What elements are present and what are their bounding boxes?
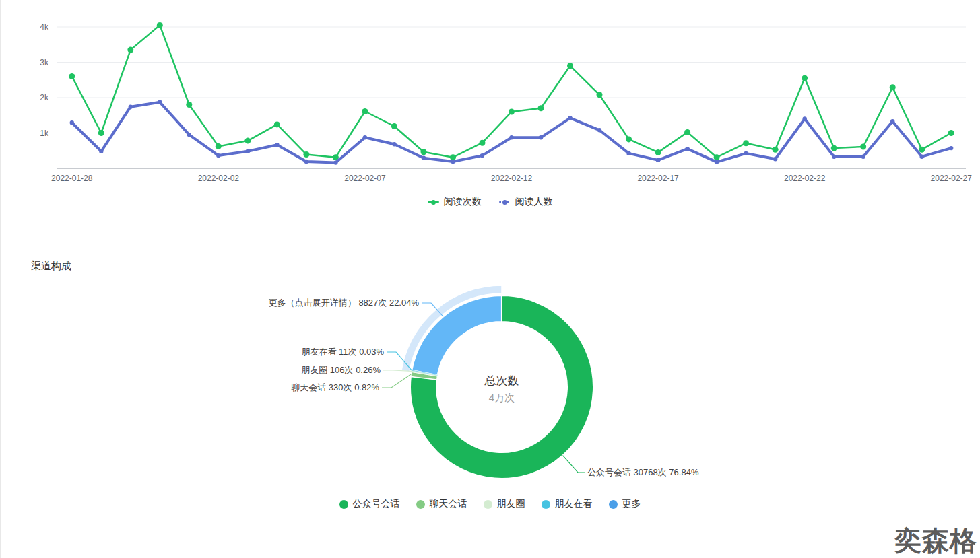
line-legend-marker-icon [499, 199, 511, 205]
pie-legend-label: 更多 [622, 498, 641, 510]
pie-chart-legend: 公众号会话聊天会话朋友圈朋友在看更多 [0, 498, 980, 510]
data-point [773, 147, 779, 153]
data-point [656, 158, 660, 162]
pie-legend-item-朋友圈[interactable]: 朋友圈 [484, 498, 525, 510]
x-tick-label: 2022-02-22 [784, 174, 826, 183]
data-point [422, 156, 426, 160]
x-tick-label: 2022-02-27 [931, 174, 973, 183]
pie-callout-更多[interactable]: 更多（点击展开详情） 8827次 22.04% [269, 298, 419, 308]
data-point [274, 121, 280, 127]
legend-item-阅读人数[interactable]: 阅读人数 [499, 196, 553, 208]
y-tick-label: 1k [40, 129, 49, 138]
data-point [275, 143, 279, 147]
data-point [920, 155, 924, 159]
legend-dot-icon [339, 500, 348, 509]
data-point [246, 149, 250, 153]
data-point [157, 22, 163, 28]
pie-slice-更多[interactable] [412, 295, 502, 375]
data-point [568, 116, 572, 120]
data-point [158, 100, 162, 104]
data-point [538, 105, 544, 111]
data-point [304, 160, 308, 164]
data-point [69, 73, 75, 79]
data-point [861, 155, 865, 159]
data-point [509, 109, 515, 115]
data-point [890, 119, 894, 123]
data-point [216, 143, 222, 149]
pie-legend-item-聊天会话[interactable]: 聊天会话 [416, 498, 467, 510]
line-chart-legend: 阅读次数阅读人数 [0, 196, 980, 208]
data-point [743, 140, 749, 146]
data-point [480, 153, 484, 158]
pie-legend-label: 聊天会话 [430, 498, 467, 510]
data-point [802, 75, 808, 81]
donut-center-value: 4万次 [401, 392, 603, 405]
data-point [832, 155, 836, 159]
data-point [303, 151, 309, 158]
pie-callout-聊天会话: 聊天会话 330次 0.82% [291, 382, 379, 392]
pie-legend-label: 公众号会话 [353, 498, 400, 510]
data-point [539, 135, 543, 139]
data-point [187, 133, 191, 137]
legend-label: 阅读人数 [515, 196, 553, 208]
data-point [919, 147, 925, 153]
data-point [480, 140, 486, 146]
data-point [451, 160, 455, 164]
x-tick-label: 2022-02-07 [344, 174, 386, 183]
data-point [831, 145, 837, 151]
pie-legend-item-更多[interactable]: 更多 [609, 498, 641, 510]
data-point [949, 146, 953, 150]
data-point [98, 130, 104, 136]
analytics-page: 1k2k3k4k2022-01-282022-02-022022-02-0720… [0, 0, 980, 558]
pie-legend-item-公众号会话[interactable]: 公众号会话 [339, 498, 400, 510]
pie-callout-公众号会话: 公众号会话 30768次 76.84% [587, 467, 698, 477]
data-point [421, 149, 427, 155]
legend-dot-icon [416, 500, 425, 509]
y-tick-label: 4k [40, 22, 49, 32]
leader-line-公众号会话 [563, 456, 585, 473]
legend-item-阅读次数[interactable]: 阅读次数 [428, 196, 482, 208]
pie-callout-朋友在看: 朋友在看 11次 0.03% [301, 347, 384, 357]
data-point [363, 135, 367, 139]
data-point [685, 147, 689, 151]
data-point [948, 130, 954, 136]
read-trend-line-chart[interactable]: 1k2k3k4k2022-01-282022-02-022022-02-0720… [0, 0, 980, 190]
data-point [626, 151, 630, 155]
x-tick-label: 2022-02-02 [198, 174, 240, 183]
legend-dot-icon [484, 500, 492, 509]
legend-dot-icon [542, 500, 550, 509]
data-point [567, 63, 573, 69]
data-point [860, 144, 866, 150]
pie-legend-label: 朋友在看 [555, 498, 593, 510]
data-point [744, 151, 748, 155]
data-point [99, 149, 103, 153]
x-tick-label: 2022-02-17 [637, 174, 679, 183]
pie-legend-item-朋友在看[interactable]: 朋友在看 [542, 498, 593, 510]
data-point [597, 92, 603, 98]
legend-dot-icon [609, 500, 618, 509]
pie-callout-朋友圈: 朋友圈 106次 0.26% [301, 365, 381, 375]
data-point [129, 105, 133, 109]
data-point [655, 149, 661, 155]
data-point [362, 108, 368, 114]
pie-legend-label: 朋友圈 [497, 498, 525, 510]
data-point [715, 160, 719, 164]
donut-center-label: 总次数 4万次 [401, 373, 603, 405]
data-point [890, 84, 896, 90]
y-tick-label: 2k [40, 93, 49, 102]
y-tick-label: 3k [40, 58, 49, 67]
donut-center-title: 总次数 [401, 373, 603, 388]
watermark-logo: 奕森格 [894, 522, 977, 558]
data-point [714, 154, 720, 160]
data-point [509, 135, 513, 139]
data-point [803, 116, 807, 120]
line-legend-marker-icon [428, 199, 439, 205]
x-tick-label: 2022-01-28 [51, 174, 93, 183]
data-point [333, 160, 337, 164]
data-point [392, 142, 396, 146]
data-point [127, 47, 133, 53]
x-tick-label: 2022-02-12 [491, 174, 533, 183]
data-point [773, 157, 777, 161]
data-point [626, 136, 632, 142]
data-point [597, 128, 601, 132]
